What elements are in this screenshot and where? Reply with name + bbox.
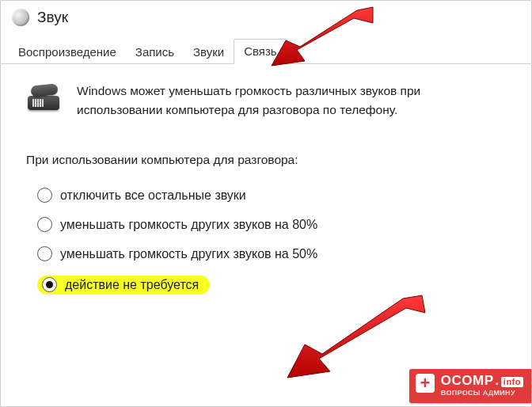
radio-label: уменьшать громкость других звуков на 80% — [60, 218, 317, 232]
titlebar: Звук — [1, 1, 531, 37]
phone-icon — [26, 82, 63, 115]
sound-settings-window: Звук Воспроизведение Запись Звуки Связь … — [1, 1, 531, 406]
info-text: Windows может уменьшать громкость различ… — [77, 82, 509, 120]
radio-indicator — [42, 277, 57, 292]
svg-marker-0 — [272, 7, 373, 66]
radio-reduce-80[interactable]: уменьшать громкость других звуков на 80% — [37, 217, 509, 232]
radio-label: действие не требуется — [65, 278, 199, 292]
radio-indicator — [37, 246, 52, 261]
radio-label: уменьшать громкость других звуков на 50% — [60, 247, 317, 261]
radio-indicator — [37, 188, 52, 203]
info-row: Windows может уменьшать громкость различ… — [26, 82, 509, 120]
radio-group: отключить все остальные звуки уменьшать … — [26, 188, 509, 295]
radio-do-nothing[interactable]: действие не требуется — [37, 276, 509, 295]
radio-reduce-50[interactable]: уменьшать громкость других звуков на 50% — [37, 246, 509, 261]
svg-marker-1 — [287, 295, 425, 378]
tab-recording[interactable]: Запись — [126, 40, 184, 64]
highlight: действие не требуется — [37, 276, 210, 295]
window-title: Звук — [37, 9, 68, 26]
tab-playback[interactable]: Воспроизведение — [9, 40, 126, 64]
tab-content: Windows может уменьшать громкость различ… — [1, 64, 531, 317]
radio-mute-all[interactable]: отключить все остальные звуки — [37, 188, 509, 203]
annotation-arrow-top — [270, 6, 381, 67]
tab-sounds[interactable]: Звуки — [184, 40, 234, 64]
section-label: При использовании компьютера для разгово… — [26, 153, 509, 167]
watermark-tagline: ВОПРОСЫ АДМИНУ — [441, 390, 523, 397]
speaker-icon — [12, 9, 29, 26]
radio-indicator — [37, 217, 52, 232]
radio-label: отключить все остальные звуки — [60, 188, 246, 203]
watermark-tld: info — [501, 377, 523, 387]
annotation-arrow-bottom — [286, 292, 428, 379]
tab-strip: Воспроизведение Запись Звуки Связь — [1, 37, 531, 64]
watermark-brand: OCOMP — [441, 374, 494, 387]
